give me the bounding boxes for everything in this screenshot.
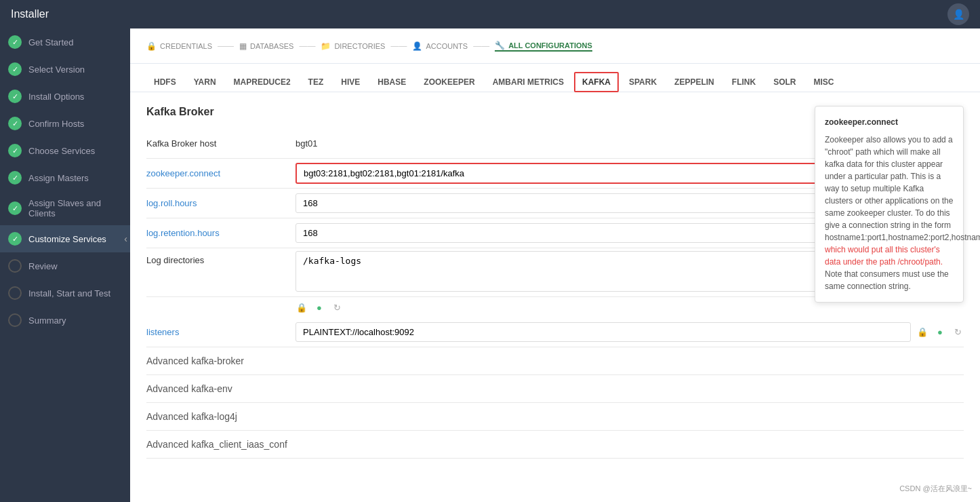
check-icon-select-version: ✓ (8, 62, 22, 76)
sidebar-label-review: Review (28, 261, 58, 271)
sidebar-item-assign-slaves[interactable]: ✓ Assign Slaves and Clients (0, 191, 130, 225)
watermark: CSDN @活在风浪里~ (899, 484, 972, 494)
config-row-listeners: listeners 🔒 ● ↻ (146, 317, 964, 347)
tooltip-text: Zookeeper also allows you to add a "chro… (825, 134, 954, 292)
check-icon-customize-services: ✓ (8, 232, 22, 246)
sidebar-label-confirm-hosts: Confirm Hosts (28, 119, 84, 129)
sidebar-item-select-version[interactable]: ✓ Select Version (0, 56, 130, 83)
wizard-step-credentials-label: CREDENTIALS (160, 42, 212, 50)
check-icon-install-options: ✓ (8, 90, 22, 103)
chevron-left-icon: ‹ (124, 233, 127, 244)
scroll-content: Kafka Broker Kafka Broker host bgt01 zoo… (130, 92, 980, 502)
tab-ambari-metrics[interactable]: AMBARI METRICS (485, 73, 571, 92)
wizard-arrow-2: —— (299, 41, 315, 51)
sidebar-item-install-options[interactable]: ✓ Install Options (0, 83, 130, 110)
advanced-kafka-client-iaas-conf[interactable]: Advanced kafka_client_iaas_conf (146, 431, 964, 459)
sidebar-label-assign-slaves: Assign Slaves and Clients (28, 198, 122, 218)
lock-action-icon[interactable]: 🔒 (295, 301, 308, 313)
advanced-kafka-broker[interactable]: Advanced kafka-broker (146, 347, 964, 375)
wizard-arrow-3: —— (390, 41, 407, 51)
check-icon-choose-services: ✓ (8, 144, 22, 157)
tab-zookeeper[interactable]: ZOOKEEPER (416, 73, 482, 92)
config-value-listeners (295, 320, 911, 345)
circle-icon-install-start (8, 286, 22, 300)
config-label-log-directories: Log directories (146, 248, 295, 271)
wizard-step-accounts[interactable]: 👤 ACCOUNTS (412, 41, 468, 51)
tab-yarn[interactable]: YARN (186, 73, 224, 92)
sidebar-item-summary[interactable]: Summary (0, 307, 130, 334)
sidebar-label-install-options: Install Options (28, 92, 84, 102)
sidebar-item-get-started[interactable]: ✓ Get Started (0, 28, 130, 56)
check-icon-get-started: ✓ (8, 35, 22, 49)
tab-solr[interactable]: SOLR (766, 73, 803, 92)
wizard-nav: 🔒 CREDENTIALS —— ▦ DATABASES —— 📁 DIRECT… (130, 28, 980, 64)
tab-tez[interactable]: TEZ (301, 73, 331, 92)
check-listeners-icon[interactable]: ● (934, 326, 946, 339)
advanced-kafka-log4j[interactable]: Advanced kafka-log4j (146, 403, 964, 431)
wizard-step-databases[interactable]: ▦ DATABASES (239, 41, 293, 51)
circle-icon-summary (8, 313, 22, 327)
tooltip-panel: zookeeper.connect Zookeeper also allows … (815, 106, 964, 303)
tooltip-highlight: which would put all this cluster's data … (825, 245, 943, 267)
sidebar-item-assign-masters[interactable]: ✓ Assign Masters (0, 164, 130, 191)
tab-hbase[interactable]: HBASE (370, 73, 413, 92)
wizard-step-directories[interactable]: 📁 DIRECTORIES (321, 41, 385, 51)
tab-mapreduce2[interactable]: MAPREDUCE2 (226, 73, 298, 92)
wizard-arrow-1: —— (218, 41, 234, 51)
wizard-step-accounts-label: ACCOUNTS (426, 42, 468, 50)
circle-icon-review (8, 259, 22, 273)
check-icon-assign-slaves: ✓ (8, 201, 22, 215)
top-bar: Installer 👤 (0, 0, 980, 28)
main-layout: ✓ Get Started ✓ Select Version ✓ Install… (0, 28, 980, 502)
refresh-action-icon[interactable]: ↻ (331, 301, 343, 313)
sidebar-item-customize-services[interactable]: ✓ Customize Services ‹ (0, 225, 130, 252)
sidebar-label-install-start: Install, Start and Test (28, 288, 110, 298)
service-tabs: HDFS YARN MAPREDUCE2 TEZ HIVE HBASE ZOOK… (130, 64, 980, 92)
check-action-icon[interactable]: ● (313, 301, 325, 313)
wizard-step-all-configurations-label: ALL CONFIGURATIONS (508, 41, 592, 50)
wrench-icon: 🔧 (495, 41, 505, 50)
app-title: Installer (11, 8, 49, 20)
sidebar-label-get-started: Get Started (28, 37, 73, 47)
config-label-host: Kafka Broker host (146, 133, 295, 154)
config-label-log-retention-hours: log.retention.hours (146, 223, 295, 244)
wizard-step-credentials[interactable]: 🔒 CREDENTIALS (146, 41, 212, 51)
sidebar-label-select-version: Select Version (28, 64, 85, 75)
lock-listeners-icon[interactable]: 🔒 (916, 326, 928, 339)
tab-spark[interactable]: SPARK (621, 73, 664, 92)
config-label-zookeeper-connect: zookeeper.connect (146, 163, 295, 184)
config-label-listeners: listeners (146, 322, 295, 343)
sidebar: ✓ Get Started ✓ Select Version ✓ Install… (0, 28, 130, 502)
folder-icon: 📁 (321, 41, 331, 51)
wizard-step-all-configurations[interactable]: 🔧 ALL CONFIGURATIONS (495, 41, 592, 52)
sidebar-item-install-start[interactable]: Install, Start and Test (0, 279, 130, 307)
check-icon-confirm-hosts: ✓ (8, 117, 22, 130)
content-area: 🔒 CREDENTIALS —— ▦ DATABASES —— 📁 DIRECT… (130, 28, 980, 502)
config-label-log-roll-hours: log.roll.hours (146, 193, 295, 214)
wizard-arrow-4: —— (473, 41, 489, 51)
sidebar-label-summary: Summary (28, 315, 66, 326)
sidebar-item-confirm-hosts[interactable]: ✓ Confirm Hosts (0, 110, 130, 137)
tab-misc[interactable]: MISC (806, 73, 841, 92)
tab-zeppelin[interactable]: ZEPPELIN (667, 73, 722, 92)
listeners-input[interactable] (295, 322, 911, 342)
refresh-listeners-icon[interactable]: ↻ (952, 326, 964, 339)
tooltip-title: zookeeper.connect (825, 116, 954, 128)
tab-kafka[interactable]: KAFKA (574, 72, 619, 92)
tab-hdfs[interactable]: HDFS (146, 73, 184, 92)
database-icon: ▦ (239, 41, 247, 51)
wizard-step-directories-label: DIRECTORIES (334, 42, 385, 50)
sidebar-label-assign-masters: Assign Masters (28, 173, 89, 183)
user-avatar[interactable]: 👤 (947, 3, 969, 25)
advanced-kafka-env[interactable]: Advanced kafka-env (146, 375, 964, 403)
sidebar-label-choose-services: Choose Services (28, 146, 95, 156)
check-icon-assign-masters: ✓ (8, 171, 22, 185)
sidebar-item-choose-services[interactable]: ✓ Choose Services (0, 137, 130, 164)
sidebar-item-review[interactable]: Review (0, 252, 130, 279)
sidebar-label-customize-services: Customize Services (28, 234, 106, 244)
wizard-step-databases-label: DATABASES (250, 42, 293, 50)
tab-hive[interactable]: HIVE (333, 73, 367, 92)
tab-flink[interactable]: FLINK (724, 73, 763, 92)
lock-icon: 🔒 (146, 41, 157, 51)
accounts-icon: 👤 (412, 41, 422, 51)
